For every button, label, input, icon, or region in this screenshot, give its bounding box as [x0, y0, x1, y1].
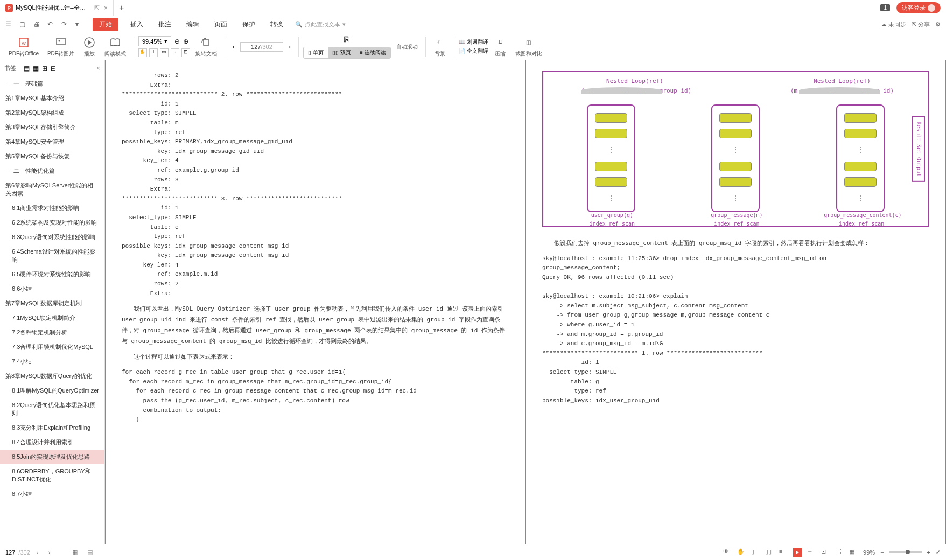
fullscreen-icon[interactable]: ⛶: [835, 548, 844, 557]
hand-tool-icon[interactable]: ✋: [138, 48, 147, 57]
bookmark-collapse-icon[interactable]: ⊟: [51, 65, 56, 72]
toc-item-20[interactable]: 8.1理解MySQL的QueryOptimizer: [0, 383, 104, 398]
line-translate-button[interactable]: 📖 划词翻译: [459, 38, 488, 46]
menu-convert[interactable]: 转换: [267, 18, 286, 31]
search-input[interactable]: 🔍 点此查找文本 ▾: [295, 20, 346, 29]
full-translate-button[interactable]: 📄 全文翻译: [459, 47, 488, 55]
view-double-icon[interactable]: ▯▯: [765, 548, 774, 557]
background-button[interactable]: ☾ 背景: [430, 36, 450, 58]
fit-page-icon[interactable]: ⊡: [821, 548, 830, 557]
fit-width-icon[interactable]: ↔: [807, 548, 816, 557]
settings-icon[interactable]: ⚙: [935, 21, 941, 28]
menu-page[interactable]: 页面: [211, 18, 230, 31]
toc-item-19[interactable]: 第8章MySQL数据库Query的优化: [0, 369, 104, 383]
status-outline-icon[interactable]: ▤: [84, 549, 96, 556]
play-button[interactable]: 播放: [80, 36, 99, 58]
toc-item-16[interactable]: 7.2各种锁定机制分析: [0, 325, 104, 340]
sidebar-close-icon[interactable]: ×: [96, 65, 100, 72]
eye-icon[interactable]: 👁: [723, 548, 732, 557]
open-icon[interactable]: ▢: [19, 20, 28, 29]
toc-item-23[interactable]: 8.4合理设计并利用索引: [0, 435, 104, 450]
add-tab-button[interactable]: +: [114, 3, 129, 13]
toc-item-3[interactable]: 第3章MySQL存储引擎简介: [0, 120, 104, 135]
tab-pin-icon[interactable]: ⇱: [94, 4, 100, 12]
close-icon[interactable]: ×: [104, 4, 108, 12]
login-button[interactable]: 访客登录: [896, 2, 941, 13]
zoom-out-icon[interactable]: ⊖: [174, 38, 180, 45]
pdf-to-office-button[interactable]: W PDF转Office: [5, 36, 42, 58]
save-icon[interactable]: 🖨: [33, 20, 42, 29]
zoom-select[interactable]: 99.45%▾: [138, 36, 171, 46]
toc-item-9[interactable]: 6.2系统架构及实现对性能的影响: [0, 215, 104, 230]
zoom-in-status-icon[interactable]: +: [927, 549, 930, 556]
toc-item-4[interactable]: 第4章MySQL安全管理: [0, 135, 104, 149]
toc-item-5[interactable]: 第5章MySQL备份与恢复: [0, 149, 104, 164]
prev-page-icon[interactable]: ‹: [229, 43, 238, 51]
zoom-in-icon[interactable]: ⊕: [183, 38, 188, 45]
screenshot-compare-button[interactable]: ◫ 截图和对比: [512, 36, 545, 58]
hand-icon[interactable]: ✋: [737, 548, 746, 557]
status-last-icon[interactable]: ›|: [45, 549, 55, 556]
dropdown-icon[interactable]: ▾: [75, 20, 84, 29]
page-input[interactable]: 127/302: [240, 42, 283, 52]
toc-item-17[interactable]: 7.3合理利用锁机制优化MySQL: [0, 340, 104, 354]
toc-item-7[interactable]: 第6章影响MySQLServer性能的相关因素: [0, 178, 104, 201]
read-mode-button[interactable]: 阅读模式: [101, 36, 129, 58]
status-next-icon[interactable]: ›: [33, 549, 42, 556]
fit-tool-icon[interactable]: ⊡: [181, 48, 190, 57]
toc-item-0[interactable]: —一 基础篇: [0, 76, 104, 91]
menu-protect[interactable]: 保护: [239, 18, 258, 31]
undo-icon[interactable]: ↶: [47, 20, 56, 29]
toc-item-18[interactable]: 7.4小结: [0, 354, 104, 369]
bookmark-add-icon[interactable]: ▦: [33, 65, 39, 72]
status-thumbnail-icon[interactable]: ▦: [69, 549, 81, 556]
status-page-current[interactable]: 127: [5, 549, 15, 556]
toc-item-13[interactable]: 6.6小结: [0, 282, 104, 296]
toc-item-14[interactable]: 第7章MySQL数据库锁定机制: [0, 296, 104, 311]
zoom-out-status-icon[interactable]: −: [880, 549, 884, 556]
expand-icon[interactable]: ⤢: [936, 549, 941, 556]
zoom-level[interactable]: 99%: [863, 549, 875, 556]
rotate-button[interactable]: 旋转文档: [192, 36, 220, 58]
menu-start[interactable]: 开始: [93, 18, 118, 31]
toc-item-26[interactable]: 8.7小结: [0, 487, 104, 501]
view-continuous-icon[interactable]: ≡: [779, 548, 788, 557]
menu-edit[interactable]: 编辑: [183, 18, 202, 31]
toc-item-11[interactable]: 6.4Schema设计对系统的性能影响: [0, 244, 104, 267]
select-tool-icon[interactable]: I: [149, 48, 158, 57]
menu-annotate[interactable]: 批注: [155, 18, 174, 31]
next-page-icon[interactable]: ›: [285, 43, 294, 51]
menu-insert[interactable]: 插入: [127, 18, 146, 31]
bookmark-expand-icon[interactable]: ⊞: [42, 65, 47, 72]
toc-item-12[interactable]: 6.5硬件环境对系统性能的影响: [0, 267, 104, 282]
share-button[interactable]: ⇱ 分享: [912, 20, 930, 29]
document-tab[interactable]: P MySQL性能调优...计--全册.pdf ⇱ ×: [0, 0, 114, 16]
insert-page-icon[interactable]: ⎘: [344, 35, 349, 45]
toc-item-1[interactable]: 第1章MySQL基本介绍: [0, 91, 104, 106]
single-page-toggle[interactable]: ▯ 单页: [304, 47, 328, 58]
toc-item-15[interactable]: 7.1MySQL锁定机制简介: [0, 311, 104, 325]
continuous-toggle[interactable]: ≡ 连续阅读: [355, 47, 390, 58]
toc-item-8[interactable]: 6.1商业需求对性能的影响: [0, 201, 104, 215]
toc-item-24[interactable]: 8.5Join的实现原理及优化思路: [0, 450, 104, 464]
play-status-icon[interactable]: ▶: [793, 548, 802, 557]
bookmark-view-icon[interactable]: ▤: [24, 65, 30, 72]
toc-item-21[interactable]: 8.2Query语句优化基本思路和原则: [0, 398, 104, 421]
toc-item-2[interactable]: 第2章MySQL架构组成: [0, 106, 104, 120]
toc-item-10[interactable]: 6.3Query语句对系统性能的影响: [0, 230, 104, 244]
sync-status[interactable]: ☁ 未同步: [881, 20, 906, 29]
view-single-icon[interactable]: ▯: [751, 548, 760, 557]
thumbnail-grid-icon[interactable]: ▦: [849, 548, 858, 557]
notification-badge[interactable]: 1: [880, 4, 890, 11]
toc-item-25[interactable]: 8.6ORDERBY，GROUPBY和DISTINCT优化: [0, 464, 104, 487]
toc-item-22[interactable]: 8.3充分利用Explain和Profiling: [0, 421, 104, 435]
menu-icon[interactable]: ☰: [5, 20, 14, 29]
zoom-tool-icon[interactable]: ▭: [160, 48, 169, 57]
auto-scroll-button[interactable]: 自动滚动: [393, 43, 421, 51]
toc-item-6[interactable]: —二 性能优化篇: [0, 164, 104, 178]
double-page-toggle[interactable]: ▯▯ 双页: [328, 47, 355, 58]
marquee-tool-icon[interactable]: ○: [171, 48, 179, 57]
pdf-to-image-button[interactable]: PDF转图片: [44, 36, 78, 58]
redo-icon[interactable]: ↷: [61, 20, 70, 29]
compress-button[interactable]: ⇊ 压缩: [490, 36, 510, 58]
